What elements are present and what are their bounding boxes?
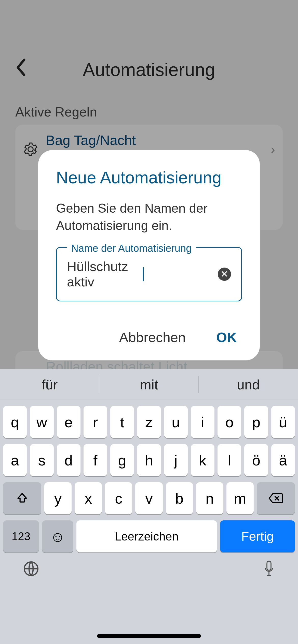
key-y[interactable]: y xyxy=(44,482,72,514)
dialog-title: Neue Automatisierung xyxy=(56,168,242,187)
numbers-key[interactable]: 123 xyxy=(3,520,39,552)
ios-keyboard: für mit und qwertzuiopü asdfghjklöä yxcv… xyxy=(0,369,298,644)
key-u[interactable]: u xyxy=(164,406,188,438)
automation-name-input[interactable]: Hüllschutz aktiv xyxy=(67,259,141,289)
mic-icon xyxy=(263,560,275,577)
text-cursor xyxy=(143,267,144,281)
globe-key[interactable] xyxy=(23,561,39,581)
field-label: Name der Automatisierung xyxy=(67,243,196,254)
key-i[interactable]: i xyxy=(191,406,214,438)
key-d[interactable]: d xyxy=(57,444,80,476)
shift-icon xyxy=(16,492,29,505)
key-t[interactable]: t xyxy=(110,406,134,438)
key-s[interactable]: s xyxy=(30,444,53,476)
key-n[interactable]: n xyxy=(196,482,223,514)
key-z[interactable]: z xyxy=(137,406,161,438)
key-j[interactable]: j xyxy=(164,444,188,476)
key-f[interactable]: f xyxy=(84,444,107,476)
key-a[interactable]: a xyxy=(3,444,27,476)
home-indicator[interactable] xyxy=(97,634,201,638)
key-b[interactable]: b xyxy=(166,482,193,514)
backspace-key[interactable] xyxy=(257,482,295,514)
new-automation-dialog: Neue Automatisierung Geben Sie den Namen… xyxy=(38,150,260,360)
key-ü[interactable]: ü xyxy=(271,406,295,438)
key-e[interactable]: e xyxy=(57,406,80,438)
key-m[interactable]: m xyxy=(226,482,254,514)
key-h[interactable]: h xyxy=(137,444,161,476)
automation-name-field[interactable]: Name der Automatisierung Hüllschutz akti… xyxy=(56,247,242,301)
done-key[interactable]: Fertig xyxy=(220,520,295,552)
key-v[interactable]: v xyxy=(135,482,162,514)
emoji-icon: ☺ xyxy=(50,528,65,545)
key-r[interactable]: r xyxy=(84,406,107,438)
key-p[interactable]: p xyxy=(244,406,268,438)
suggestion-1[interactable]: für xyxy=(0,369,99,400)
key-ä[interactable]: ä xyxy=(271,444,295,476)
key-x[interactable]: x xyxy=(75,482,102,514)
shift-key[interactable] xyxy=(3,482,41,514)
cancel-button[interactable]: Abbrechen xyxy=(119,329,186,345)
clear-input-button[interactable]: ✕ xyxy=(218,268,231,281)
suggestion-bar: für mit und xyxy=(0,369,298,400)
suggestion-3[interactable]: und xyxy=(199,369,298,400)
ok-button[interactable]: OK xyxy=(216,329,237,345)
key-c[interactable]: c xyxy=(105,482,132,514)
key-ö[interactable]: ö xyxy=(244,444,268,476)
key-l[interactable]: l xyxy=(218,444,241,476)
key-o[interactable]: o xyxy=(218,406,241,438)
svg-rect-1 xyxy=(267,561,271,570)
backspace-icon xyxy=(269,493,283,504)
dictation-key[interactable] xyxy=(263,560,275,581)
close-icon: ✕ xyxy=(221,269,228,280)
key-q[interactable]: q xyxy=(3,406,27,438)
key-g[interactable]: g xyxy=(110,444,134,476)
dialog-message: Geben Sie den Namen der Automatisierung … xyxy=(56,200,242,234)
key-w[interactable]: w xyxy=(30,406,53,438)
spacebar-key[interactable]: Leerzeichen xyxy=(76,520,217,552)
suggestion-2[interactable]: mit xyxy=(99,369,199,400)
key-k[interactable]: k xyxy=(191,444,214,476)
emoji-key[interactable]: ☺ xyxy=(42,520,73,552)
globe-icon xyxy=(23,561,39,577)
